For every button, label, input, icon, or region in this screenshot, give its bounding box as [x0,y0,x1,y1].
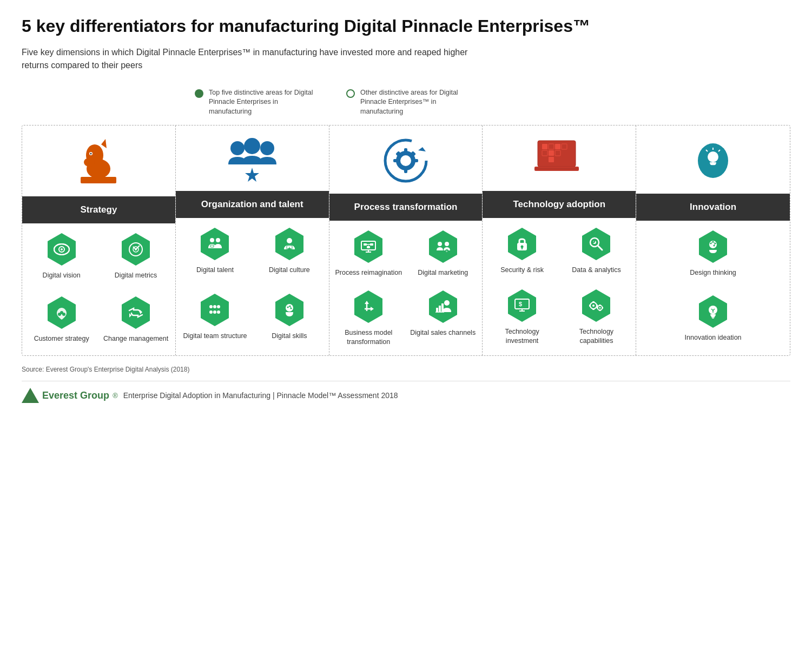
organization-header: Organization and talent [176,191,329,218]
col-organization: Organization and talent [176,125,329,355]
svg-point-71 [438,242,442,246]
sub-digital-culture: Digital culture [253,223,325,284]
svg-point-3 [84,158,95,167]
svg-marker-4 [101,139,107,148]
svg-point-31 [216,238,220,242]
technology-top-icon [483,125,636,191]
col-technology: Technology adoption S [483,125,636,355]
data-analytics-label: Data & analytics [572,266,620,275]
legend-empty: Other distinctive areas for Digital Pinn… [346,88,465,117]
svg-point-20 [62,313,65,316]
sub-customer-strategy: Customer strategy [25,292,97,350]
svg-rect-123 [597,307,598,308]
security-risk-hex [505,227,539,261]
legend-empty-dot [346,89,355,98]
technology-header: Technology adoption [483,191,636,218]
svg-rect-93 [555,150,560,156]
process-reimagination-label: Process reimagination [335,268,402,277]
svg-rect-57 [393,159,398,162]
digital-sales-label: Digital sales channels [410,328,476,338]
svg-point-54 [400,155,411,166]
innovation-header: Innovation [636,194,790,221]
svg-point-25 [230,141,245,155]
digital-vision-hex [44,232,79,267]
svg-marker-77 [365,301,369,304]
svg-point-26 [244,138,260,154]
security-risk-label: Security & risk [500,266,544,275]
svg-point-6 [90,153,92,155]
digital-vision-icon [54,243,70,255]
tech-investment-hex: $ [505,288,539,323]
svg-point-10 [61,248,63,250]
innovation-items: Design thinking [636,221,790,355]
digital-skills-hex [272,293,307,327]
svg-rect-94 [549,157,554,162]
svg-rect-117 [589,305,591,307]
data-analytics-hex [579,227,613,261]
legend-filled-text: Top five distinctive areas for Digital P… [209,88,314,117]
process-top-icon [329,125,483,194]
data-analytics-icon [588,236,604,252]
strategy-top-icon [22,125,175,196]
innovation-ideation-icon [705,303,721,320]
col-strategy: Strategy Digital vision [22,125,176,355]
svg-rect-56 [404,169,407,173]
svg-point-114 [592,305,595,307]
chess-knight-icon [74,136,123,188]
process-header: Process transformation [329,194,483,221]
digital-sales-icon [435,299,451,314]
svg-point-126 [708,151,718,162]
digital-vision-label: Digital vision [43,271,81,280]
digital-team-icon [207,303,223,317]
everest-triangle-icon [22,388,39,403]
svg-point-81 [444,300,450,306]
sub-innovation-ideation: Innovation ideation [639,291,787,350]
svg-point-34 [287,238,292,243]
svg-point-72 [445,242,449,246]
digital-culture-icon [281,236,298,252]
sub-digital-team: Digital team structure [179,289,251,350]
innovation-icon [690,136,736,185]
digital-skills-icon [282,302,297,318]
sub-security-risk: Security & risk [486,223,558,279]
svg-point-16 [135,248,137,250]
svg-rect-64 [370,243,373,246]
col-innovation: Innovation [636,125,790,355]
source-text: Source: Everest Group's Enterprise Digit… [22,366,790,373]
svg-rect-84 [441,303,444,312]
design-thinking-hex [696,229,730,264]
svg-rect-87 [542,144,547,149]
legend: Top five distinctive areas for Digital P… [22,88,790,117]
technology-icon [532,136,586,182]
digital-metrics-label: Digital metrics [115,271,157,280]
footer-text: Enterprise Digital Adoption in Manufactu… [123,391,398,400]
strategy-items: Digital vision Digi [22,223,175,355]
digital-metrics-icon [128,242,144,256]
digital-sales-hex [426,289,460,324]
everest-group-tagline: ® [113,392,118,400]
legend-filled: Top five distinctive areas for Digital P… [195,88,314,117]
digital-talent-icon [206,236,223,252]
sub-digital-vision: Digital vision [25,229,97,287]
everest-logo: Everest Group ® [22,388,118,403]
digital-metrics-hex [118,232,153,267]
innovation-top-icon [636,125,790,194]
page-title: 5 key differentiators for manufacturing … [22,16,790,36]
sub-tech-investment: $ Technology investment [486,285,558,350]
svg-point-27 [260,141,274,155]
svg-line-103 [598,246,602,250]
svg-point-30 [210,238,214,242]
svg-marker-79 [371,307,374,311]
sub-digital-talent: Digital talent [179,223,251,284]
tech-capabilities-hex [579,288,613,323]
tech-investment-icon: $ [514,298,530,313]
svg-text:$: $ [519,301,522,307]
digital-marketing-hex: ⚙ [426,229,460,264]
svg-rect-58 [414,159,418,162]
sub-design-thinking: Design thinking [639,226,787,285]
svg-rect-92 [549,150,554,156]
customer-strategy-label: Customer strategy [34,334,89,343]
process-reimagination-icon [360,240,377,254]
tech-capabilities-icon [588,298,604,313]
svg-rect-121 [599,305,601,306]
